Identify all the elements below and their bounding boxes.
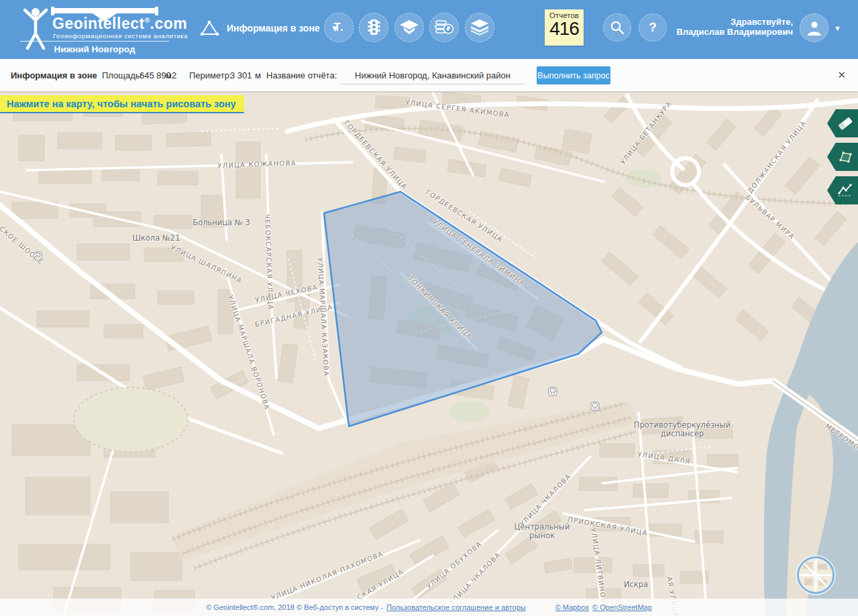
perimeter-unit: м (255, 59, 261, 91)
search-icon (609, 19, 625, 36)
logo-subtitle: Геоинформационная система аналитика (53, 32, 188, 40)
targeting-button[interactable]: T. (324, 13, 354, 42)
user-greeting: Здравствуйте, Владислав Владимирович (676, 17, 793, 37)
greeting-line1: Здравствуйте, (676, 17, 793, 27)
area-label: Площадь: (102, 59, 142, 91)
poi-label: Противотуберкулёзный диспансер (634, 421, 731, 438)
traffic-light-icon (366, 19, 382, 36)
zone-area-icon (837, 149, 854, 165)
graduation-cap-icon (400, 19, 419, 36)
perimeter-label: Периметр: (189, 59, 232, 91)
osm-link[interactable]: © OpenStreetMap (592, 603, 652, 611)
line-chart-icon (837, 182, 854, 198)
svg-text:₽: ₽ (447, 25, 451, 32)
education-button[interactable] (394, 13, 424, 42)
area-unit: м2 (166, 59, 176, 91)
chart-button[interactable] (827, 176, 858, 204)
logo-divider (20, 41, 169, 42)
help-button[interactable]: ? (639, 13, 667, 42)
run-query-button[interactable]: Выполнить запрос (537, 66, 610, 84)
terms-link[interactable]: Пользовательское соглашение и авторы (386, 603, 525, 611)
zone-info-panel: Информация в зоне Площадь: 645 890 м2 Пе… (0, 59, 858, 91)
user-menu-caret-icon[interactable]: ▼ (834, 24, 841, 32)
eraser-icon (837, 115, 854, 131)
greeting-line2: Владислав Владимирович (676, 27, 793, 37)
layers-button[interactable] (465, 13, 494, 42)
polygon-draw-icon (199, 18, 220, 38)
report-name-label: Название отчёта: (266, 59, 337, 91)
reports-count: 416 (545, 19, 584, 38)
person-icon (806, 19, 823, 37)
drawn-zone[interactable] (324, 192, 602, 426)
app-logo[interactable]: Geointellect®.com Геоинформационная сист… (20, 3, 181, 56)
map-base-layer (0, 91, 858, 616)
map-canvas[interactable]: Нажмите на карту, чтобы начать рисовать … (0, 91, 858, 616)
traffic-button[interactable] (359, 13, 388, 42)
search-button[interactable] (603, 13, 631, 42)
tool-selector-label: Информация в зоне (227, 23, 320, 34)
map-tools (827, 109, 858, 210)
report-name-input[interactable] (341, 67, 525, 84)
panel-title: Информация в зоне (11, 59, 97, 91)
question-icon: ? (649, 20, 657, 35)
zone-measure-button[interactable] (827, 143, 858, 171)
mapbox-link[interactable]: © Mapbox (555, 603, 589, 611)
poi-label: Больница № 3 (193, 219, 250, 227)
poi-label: Искра (624, 580, 648, 589)
poi-label: Школа №21 (133, 234, 180, 243)
layers-icon (471, 19, 488, 36)
coins-ruble-icon: ₽ (435, 19, 453, 36)
t-icon: T. (333, 21, 343, 34)
eraser-button[interactable] (827, 109, 858, 137)
stadium (74, 387, 188, 452)
copyright-text: © Geointellect®.com, 2018 © Веб-доступ в… (206, 603, 383, 611)
zone-tool-selector[interactable]: Информация в зоне ▼ (199, 16, 339, 40)
reports-counter[interactable]: Отчетов 416 (545, 9, 584, 46)
user-avatar[interactable] (800, 13, 828, 42)
app-header: Geointellect®.com Геоинформационная сист… (0, 0, 858, 59)
map-attribution: © Geointellect®.com, 2018 © Веб-доступ в… (0, 599, 858, 616)
map-hint-tooltip: Нажмите на карту, чтобы начать рисовать … (0, 95, 244, 113)
perimeter-value: 3 301 (230, 59, 252, 91)
logo-text: Geointellect®.com (52, 15, 187, 33)
logo-city: Нижний Новгород (20, 44, 169, 54)
minimap-preview (799, 558, 833, 592)
close-panel-icon[interactable]: ✕ (837, 59, 846, 91)
minimap-control[interactable] (797, 556, 835, 594)
poi-label: Центральный рынок (515, 523, 570, 540)
money-button[interactable]: ₽ (429, 13, 459, 42)
